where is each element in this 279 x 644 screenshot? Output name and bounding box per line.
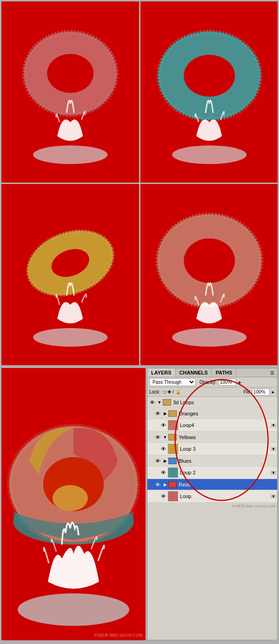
eye-yellows[interactable]: 👁 [154, 434, 161, 441]
svg-point-2 [47, 54, 93, 93]
fill-label: Fill: [244, 389, 251, 394]
folder-oranges [168, 410, 177, 417]
scroll-loop2: ▼ [271, 471, 276, 475]
lock-paint-icon[interactable]: / [173, 389, 174, 394]
scroll-loop: ▼ [271, 494, 276, 499]
svg-point-27 [18, 593, 129, 626]
layer-3d-loops-name: 3d Loops [173, 400, 271, 405]
folder-blues [168, 458, 177, 464]
layer-yellows-name: Yellows [179, 434, 271, 440]
svg-point-4 [33, 145, 107, 164]
scroll-loop3: ▼ [271, 447, 276, 451]
cell-yellow-donut [1, 184, 139, 365]
eye-loop2[interactable]: 👁 [159, 469, 167, 476]
cell-red-donut [1, 1, 139, 183]
arrow-3d-loops[interactable]: ▼ [157, 400, 162, 405]
eye-blues[interactable]: 👁 [154, 457, 161, 465]
tab-paths[interactable]: PATHS [212, 368, 237, 377]
lock-all-icon[interactable]: 🔒 [175, 389, 181, 394]
opacity-label: Opacity: [199, 380, 217, 385]
tab-channels[interactable]: CHANNELS [176, 368, 212, 377]
cell-teal-donut [140, 1, 278, 183]
folder-reds [168, 481, 177, 488]
eye-3d-loops[interactable]: 👁 [148, 399, 156, 406]
lock-label: Lock: [149, 389, 160, 394]
layer-3d-loops[interactable]: 👁 ▼ 3d Loops [147, 397, 277, 408]
arrow-oranges[interactable]: ▶ [162, 411, 168, 416]
folder-3d-loops [163, 399, 171, 406]
thumb-loop4 [168, 420, 178, 430]
arrow-yellows[interactable]: ▼ [162, 434, 168, 440]
layer-loop-name: Loop [180, 493, 271, 499]
layer-oranges-name: Oranges [179, 411, 271, 416]
layer-loop3-name: Loop 3 [180, 446, 271, 452]
svg-point-26 [53, 485, 88, 511]
blend-mode-row: Pass Through Opacity: ► [147, 377, 277, 388]
arrow-blues[interactable]: ▶ [162, 458, 168, 464]
layers-watermark: PS技术-BBS.16XX8.COM [147, 503, 277, 510]
layers-list: 👁 ▼ 3d Loops 👁 ▶ Oranges 👁 Loop4 ▼ [147, 397, 277, 503]
folder-yellows [168, 434, 177, 440]
layer-blues-name: Blues [179, 458, 271, 464]
opacity-arrow[interactable]: ► [238, 380, 242, 385]
layer-loop2-name: Loop 2 [180, 470, 271, 475]
lock-row: Lock: □ ✚ / 🔒 Fill: ► [147, 388, 277, 397]
layers-menu-icon[interactable]: ☰ [267, 369, 277, 377]
cell-orange-donut [140, 184, 278, 365]
bottom-section: PS技术-BBS.16XX8.COM LAYERS CHANNELS PATHS… [0, 367, 279, 642]
layer-loop3[interactable]: 👁 Loop 3 ▼ [147, 443, 277, 455]
eye-loop4[interactable]: 👁 [159, 421, 167, 429]
arrow-reds[interactable]: ▶ [162, 482, 168, 487]
fill-input[interactable] [252, 388, 270, 395]
layer-oranges[interactable]: 👁 ▶ Oranges [147, 408, 277, 419]
layers-tabs: LAYERS CHANNELS PATHS ☰ [147, 368, 277, 377]
lock-move-icon[interactable]: ✚ [167, 389, 171, 394]
blend-mode-select[interactable]: Pass Through [149, 378, 196, 386]
layer-blues[interactable]: 👁 ▶ Blues [147, 455, 277, 467]
svg-point-7 [184, 55, 235, 97]
fill-arrow[interactable]: ► [271, 390, 275, 394]
eye-loop3[interactable]: 👁 [159, 445, 167, 453]
opacity-input[interactable] [219, 379, 236, 386]
layers-panel: LAYERS CHANNELS PATHS ☰ Pass Through Opa… [147, 368, 278, 640]
top-grid [0, 0, 279, 367]
layer-yellows[interactable]: 👁 ▼ Yellows [147, 432, 277, 443]
eye-reds[interactable]: 👁 [154, 481, 161, 488]
layer-loop4[interactable]: 👁 Loop4 ▼ [147, 419, 277, 432]
svg-point-9 [172, 145, 246, 164]
thumb-loop [168, 491, 178, 501]
thumb-loop2 [168, 467, 178, 478]
eye-oranges[interactable]: 👁 [154, 410, 161, 417]
layer-loop2[interactable]: 👁 Loop 2 ▼ [147, 467, 277, 479]
watermark: PS技术-BBS.16XX8.COM [94, 632, 143, 638]
bottom-large-image: PS技术-BBS.16XX8.COM [1, 368, 146, 640]
eye-loop[interactable]: 👁 [159, 493, 167, 500]
layer-loop[interactable]: 👁 Loop ▼ [147, 490, 277, 503]
svg-point-14 [33, 328, 107, 347]
layer-loop4-name: Loop4 [180, 422, 271, 428]
scroll-loop4: ▼ [271, 423, 276, 427]
lock-unchecked-icon[interactable]: □ [163, 389, 166, 394]
layer-reds[interactable]: 👁 ▶ Reds [147, 479, 277, 490]
layer-reds-name: Reds [179, 482, 271, 487]
tab-layers[interactable]: LAYERS [147, 368, 176, 377]
thumb-loop3 [168, 444, 178, 454]
svg-point-19 [172, 328, 246, 347]
svg-point-17 [184, 238, 235, 283]
